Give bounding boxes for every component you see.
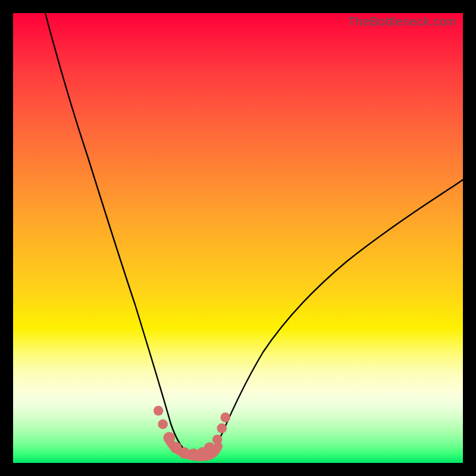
curve-marker (158, 419, 168, 430)
bottleneck-chart (13, 13, 463, 463)
watermark-text: TheBottleneck.com (348, 14, 457, 29)
curve-marker (154, 406, 164, 416)
curve-marker (212, 434, 223, 444)
plot-area: TheBottleneck.com (13, 13, 463, 463)
bottleneck-curve-path (45, 13, 463, 456)
curve-marker (221, 412, 231, 422)
curve-marker (217, 424, 227, 434)
curve-marker (164, 432, 176, 444)
curve-marker (204, 442, 216, 454)
